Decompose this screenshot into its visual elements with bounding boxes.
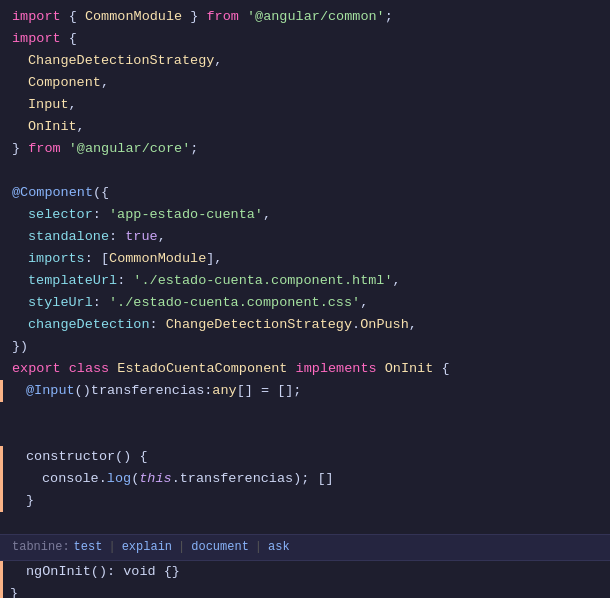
token: : (93, 204, 109, 226)
token: , (101, 72, 109, 94)
token (287, 358, 295, 380)
token (61, 358, 69, 380)
token: templateUrl (28, 270, 117, 292)
token: , (409, 314, 417, 336)
code-line: imports : [ CommonModule ], (0, 248, 610, 270)
code-content: ngOnInit(): void {} (3, 561, 610, 583)
separator: | (178, 538, 185, 557)
token: : (150, 314, 166, 336)
token: 'app-estado-cuenta' (109, 204, 263, 226)
code-line: ChangeDetectionStrategy , (0, 50, 610, 72)
tabnine-bar: tabnine: test | explain | document | ask (0, 534, 610, 561)
token: , (393, 270, 401, 292)
token: import (12, 28, 61, 50)
token (61, 138, 69, 160)
token: './estado-cuenta.component.html' (133, 270, 392, 292)
token: standalone (28, 226, 109, 248)
code-line: import { (0, 28, 610, 50)
code-line: export class EstadoCuentaComponent imple… (0, 358, 610, 380)
token: './estado-cuenta.component.css' (109, 292, 360, 314)
token: : [ (85, 248, 109, 270)
token: { (61, 28, 77, 50)
code-line: } (0, 490, 610, 512)
token: from (28, 138, 60, 160)
token: @Input (26, 380, 75, 402)
token: @Component (12, 182, 93, 204)
token: import (12, 6, 61, 28)
token: } (12, 138, 28, 160)
code-line (0, 424, 610, 446)
code-line: import { CommonModule } from '@angular/c… (0, 6, 610, 28)
token: ({ (93, 182, 109, 204)
token: true (125, 226, 157, 248)
separator: | (108, 538, 115, 557)
token: Component (28, 72, 101, 94)
code-line (0, 512, 610, 534)
token: any (212, 380, 236, 402)
code-line: ngOnInit(): void {} (0, 561, 610, 583)
token: ngOnInit(): void {} (26, 561, 180, 583)
token: } (10, 583, 18, 598)
tabnine-explain-action[interactable]: explain (122, 538, 172, 557)
code-content: } (3, 583, 610, 598)
token: . (352, 314, 360, 336)
token: : (93, 292, 109, 314)
token: () (75, 380, 91, 402)
tabnine-document-action[interactable]: document (191, 538, 249, 557)
token: [] = []; (237, 380, 302, 402)
code-line: OnInit , (0, 116, 610, 138)
code-line: Component , (0, 72, 610, 94)
code-line: } from '@angular/core' ; (0, 138, 610, 160)
token: , (158, 226, 166, 248)
token (109, 358, 117, 380)
token: changeDetection (28, 314, 150, 336)
token: imports (28, 248, 85, 270)
token: , (214, 50, 222, 72)
token: ], (206, 248, 222, 270)
code-line (0, 160, 610, 182)
token: CommonModule (85, 6, 182, 28)
code-line: console . log ( this .transferencias); [… (0, 468, 610, 490)
token (377, 358, 385, 380)
code-line: templateUrl : './estado-cuenta.component… (0, 270, 610, 292)
token: , (360, 292, 368, 314)
token: export (12, 358, 61, 380)
token: }) (12, 336, 28, 358)
token: console (42, 468, 99, 490)
token: .transferencias); [] (172, 468, 334, 490)
token: from (206, 6, 238, 28)
token: , (77, 116, 85, 138)
token: ChangeDetectionStrategy (166, 314, 352, 336)
token: Input (28, 94, 69, 116)
token: : (117, 270, 133, 292)
token: selector (28, 204, 93, 226)
token: '@angular/core' (69, 138, 191, 160)
token: EstadoCuentaComponent (117, 358, 287, 380)
token: } (182, 6, 206, 28)
code-line (0, 402, 610, 424)
code-line: @Input () transferencias : any [] = []; (0, 380, 610, 402)
token: : (204, 380, 212, 402)
token: CommonModule (109, 248, 206, 270)
code-line: Input , (0, 94, 610, 116)
token: { (61, 6, 85, 28)
code-line: standalone : true , (0, 226, 610, 248)
token: ; (190, 138, 198, 160)
token: '@angular/common' (247, 6, 385, 28)
token: this (139, 468, 171, 490)
token: implements (296, 358, 377, 380)
token: constructor() { (26, 446, 148, 468)
tabnine-ask-action[interactable]: ask (268, 538, 290, 557)
tabnine-test-action[interactable]: test (74, 538, 103, 557)
token (239, 6, 247, 28)
code-content: constructor() { (3, 446, 610, 468)
code-editor: import { CommonModule } from '@angular/c… (0, 0, 610, 598)
token: transferencias (91, 380, 204, 402)
token: : (109, 226, 125, 248)
token: ( (131, 468, 139, 490)
code-line: changeDetection : ChangeDetectionStrateg… (0, 314, 610, 336)
token: , (69, 94, 77, 116)
token: OnInit (28, 116, 77, 138)
token: } (26, 490, 34, 512)
token: ; (385, 6, 393, 28)
